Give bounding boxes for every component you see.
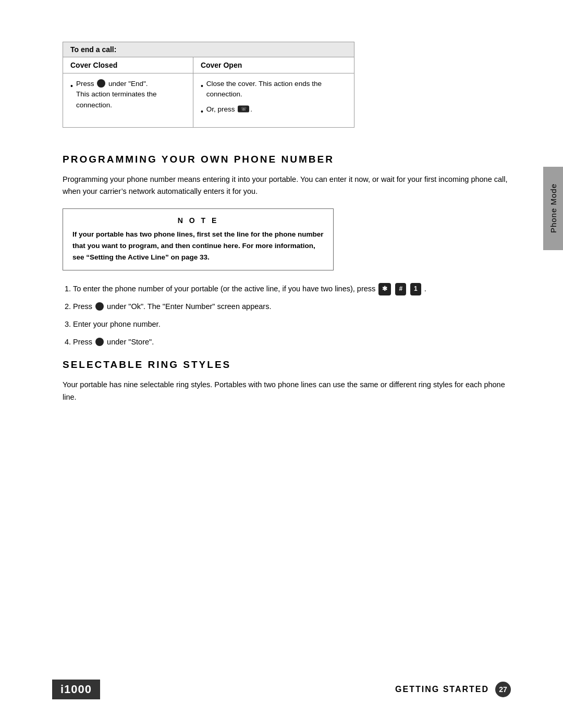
page-number-badge: 27 — [495, 682, 511, 697]
col2-content: • Close the cover. This action ends the … — [193, 73, 354, 128]
table-main-header: To end a call: — [63, 42, 354, 57]
key-star: ✱ — [378, 283, 391, 295]
key-hash: # — [395, 283, 406, 295]
svg-text:☏: ☏ — [241, 106, 247, 112]
col-header-row: Cover Closed Cover Open — [63, 57, 354, 73]
col1-bullet: • Press under "End". This action termina… — [70, 79, 186, 110]
note-title: N O T E — [72, 216, 324, 225]
call-table: To end a call: Cover Closed Cover Open •… — [63, 42, 354, 128]
selectable-body: Your portable has nine selectable ring s… — [63, 379, 511, 404]
footer-section-title: Getting Started — [395, 685, 489, 694]
step-3: Enter your phone number. — [73, 318, 511, 331]
ok-button-icon — [97, 79, 105, 88]
step-2: Press under "Ok". The "Enter Number" scr… — [73, 301, 511, 313]
col2-header: Cover Open — [193, 57, 354, 73]
col2-bullet2: • Or, press ☏ . — [201, 104, 347, 117]
step4-btn-icon — [95, 338, 104, 346]
key-1: 1 — [410, 283, 421, 295]
side-tab-label: Phone Mode — [549, 183, 558, 233]
col2-bullet1: • Close the cover. This action ends the … — [201, 79, 347, 100]
page-footer: i1000 Getting Started 27 — [0, 680, 563, 699]
step-4: Press under "Store". — [73, 336, 511, 349]
footer-right: Getting Started 27 — [395, 682, 511, 697]
bullet-dot: • — [70, 81, 73, 92]
phone-end-icon: ☏ — [238, 105, 249, 113]
model-badge: i1000 — [52, 680, 100, 699]
col2-text1: Close the cover. This action ends the co… — [206, 79, 347, 100]
bullet-dot-3: • — [201, 106, 203, 117]
step2-btn-icon — [95, 302, 104, 311]
table-content-row: • Press under "End". This action termina… — [63, 73, 354, 128]
programming-heading: Programming Your Own Phone Number — [63, 154, 511, 165]
selectable-heading: Selectable Ring Styles — [63, 359, 511, 371]
side-tab: Phone Mode — [543, 167, 563, 250]
table-header-row: To end a call: — [63, 42, 354, 57]
steps-list: To enter the phone number of your portab… — [73, 283, 511, 349]
page: Phone Mode To end a call: Cover Closed C… — [0, 0, 563, 728]
col2-text2: Or, press ☏ . — [206, 104, 252, 115]
bullet-dot-2: • — [201, 81, 203, 92]
note-text: If your portable has two phone lines, fi… — [72, 229, 324, 263]
col1-content: • Press under "End". This action termina… — [63, 73, 193, 128]
step-1: To enter the phone number of your portab… — [73, 283, 511, 295]
col1-text: Press under "End". This action terminate… — [76, 79, 186, 110]
col1-header: Cover Closed — [63, 57, 193, 73]
programming-body: Programming your phone number means ente… — [63, 174, 511, 199]
note-box: N O T E If your portable has two phone l… — [63, 208, 334, 270]
